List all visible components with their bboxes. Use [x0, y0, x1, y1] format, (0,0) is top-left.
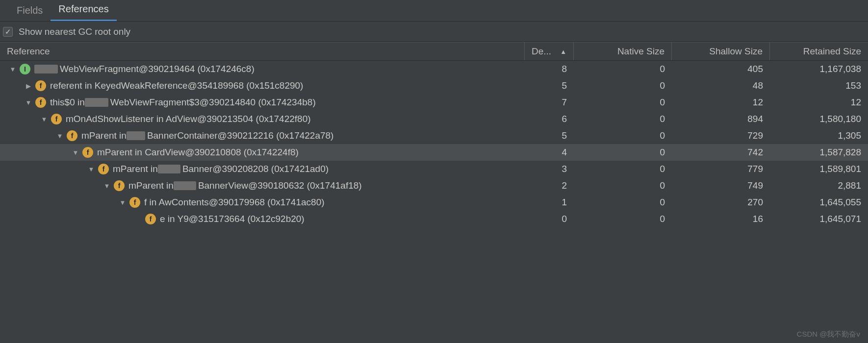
reference-label: mParent in CardView@390210808 (0x174224f…: [97, 147, 299, 158]
instance-icon: I: [20, 64, 30, 74]
reference-cell: ▼fmOnAdShowListener in AdView@390213504 …: [0, 114, 525, 124]
field-icon: f: [35, 97, 46, 108]
chevron-down-icon[interactable]: ▼: [119, 199, 127, 206]
depth-value: 6: [525, 114, 574, 124]
shallow-size-value: 742: [672, 147, 770, 158]
reference-cell: ▼fmParent in Banner@390208208 (0x17421ad…: [0, 164, 525, 174]
redacted-icon: [85, 98, 108, 107]
chevron-down-icon[interactable]: ▼: [72, 149, 79, 156]
tab-fields[interactable]: Fields: [9, 0, 51, 21]
shallow-size-value: 16: [672, 214, 770, 224]
native-size-value: 0: [574, 147, 672, 158]
field-icon: f: [82, 147, 93, 158]
native-size-value: 0: [574, 180, 672, 191]
shallow-size-value: 405: [672, 64, 770, 74]
field-icon: f: [98, 164, 109, 174]
tab-references[interactable]: References: [51, 0, 116, 21]
depth-value: 0: [525, 214, 574, 224]
shallow-size-value: 48: [672, 80, 770, 91]
chevron-down-icon[interactable]: ▼: [9, 66, 17, 73]
field-icon: f: [145, 214, 156, 224]
redacted-icon: [127, 131, 145, 140]
field-icon: f: [35, 80, 46, 91]
reference-cell: ▶freferent in KeyedWeakReference@3541899…: [0, 80, 525, 91]
native-size-value: 0: [574, 130, 672, 141]
redacted-icon: [174, 181, 196, 190]
shallow-size-value: 779: [672, 164, 770, 174]
chevron-down-icon[interactable]: ▼: [103, 182, 111, 190]
col-reference[interactable]: Reference: [0, 43, 525, 60]
chevron-down-icon[interactable]: ▼: [87, 166, 95, 173]
shallow-size-value: 894: [672, 114, 770, 124]
retained-size-value: 1,645,071: [770, 214, 868, 224]
reference-label: WebViewFragment@390219464 (0x174246c8): [60, 64, 255, 74]
col-depth[interactable]: De... ▲: [525, 43, 574, 60]
depth-value: 5: [525, 80, 574, 91]
reference-label-prefix: mParent in: [81, 130, 127, 141]
native-size-value: 0: [574, 197, 672, 208]
watermark: CSDN @我不勤奋v: [797, 330, 860, 339]
table-row[interactable]: ▶freferent in KeyedWeakReference@3541899…: [0, 77, 868, 94]
native-size-value: 0: [574, 214, 672, 224]
reference-label: BannerView@390180632 (0x1741af18): [198, 180, 362, 191]
reference-tree: ▼IWebViewFragment@390219464 (0x174246c8)…: [0, 61, 868, 227]
redacted-icon: [158, 165, 180, 173]
native-size-value: 0: [574, 114, 672, 124]
tab-bar: Fields References: [0, 0, 868, 22]
native-size-value: 0: [574, 80, 672, 91]
filter-row: ✓ Show nearest GC root only: [0, 22, 868, 42]
table-row[interactable]: ▼fmParent in Banner@390208208 (0x17421ad…: [0, 161, 868, 177]
table-row[interactable]: ▼fthis$0 in WebViewFragment$3@390214840 …: [0, 94, 868, 111]
reference-label: BannerContainer@390212216 (0x17422a78): [147, 130, 334, 141]
chevron-down-icon[interactable]: ▼: [40, 116, 48, 123]
field-icon: f: [67, 130, 77, 141]
retained-size-value: 1,589,801: [770, 164, 868, 174]
field-icon: f: [114, 180, 125, 191]
col-native-size[interactable]: Native Size: [574, 43, 672, 60]
table-row[interactable]: ▼IWebViewFragment@390219464 (0x174246c8)…: [0, 61, 868, 77]
depth-value: 4: [525, 147, 574, 158]
table-row[interactable]: ▼fmParent in CardView@390210808 (0x17422…: [0, 144, 868, 161]
col-retained-size[interactable]: Retained Size: [770, 43, 868, 60]
shallow-size-value: 729: [672, 130, 770, 141]
depth-value: 8: [525, 64, 574, 74]
redacted-icon: [34, 65, 58, 74]
shallow-size-value: 749: [672, 180, 770, 191]
shallow-size-value: 12: [672, 97, 770, 108]
col-depth-label: De...: [532, 46, 551, 57]
table-header: Reference De... ▲ Native Size Shallow Si…: [0, 42, 868, 61]
depth-value: 3: [525, 164, 574, 174]
table-row[interactable]: ▼fmParent in BannerView@390180632 (0x174…: [0, 177, 868, 194]
table-row[interactable]: ▼fmOnAdShowListener in AdView@390213504 …: [0, 111, 868, 127]
table-row[interactable]: ▼ff in AwContents@390179968 (0x1741ac80)…: [0, 194, 868, 211]
sort-asc-icon: ▲: [560, 48, 566, 55]
reference-label: WebViewFragment$3@390214840 (0x174234b8): [110, 97, 316, 108]
retained-size-value: 1,305: [770, 130, 868, 141]
table-row[interactable]: ▼fmParent in BannerContainer@390212216 (…: [0, 127, 868, 144]
chevron-down-icon[interactable]: ▼: [56, 132, 64, 140]
retained-size-value: 1,587,828: [770, 147, 868, 158]
shallow-size-value: 270: [672, 197, 770, 208]
reference-label-prefix: this$0 in: [50, 97, 85, 108]
depth-value: 7: [525, 97, 574, 108]
chevron-down-icon[interactable]: ▼: [25, 99, 32, 106]
reference-label: f in AwContents@390179968 (0x1741ac80): [144, 197, 325, 208]
reference-label-prefix: mParent in: [128, 180, 174, 191]
col-shallow-size[interactable]: Shallow Size: [672, 43, 770, 60]
retained-size-value: 1,645,055: [770, 197, 868, 208]
reference-cell: ▼fmParent in BannerView@390180632 (0x174…: [0, 180, 525, 191]
reference-label: Banner@390208208 (0x17421ad0): [182, 164, 329, 174]
retained-size-value: 12: [770, 97, 868, 108]
gc-root-checkbox[interactable]: ✓: [3, 27, 13, 37]
field-icon: f: [51, 114, 62, 124]
depth-value: 2: [525, 180, 574, 191]
depth-value: 5: [525, 130, 574, 141]
reference-cell: ▼IWebViewFragment@390219464 (0x174246c8): [0, 64, 525, 74]
depth-value: 1: [525, 197, 574, 208]
table-row[interactable]: fe in Y9@315173664 (0x12c92b20)00161,645…: [0, 211, 868, 227]
reference-cell: ▼fthis$0 in WebViewFragment$3@390214840 …: [0, 97, 525, 108]
retained-size-value: 1,580,180: [770, 114, 868, 124]
chevron-right-icon[interactable]: ▶: [25, 82, 32, 90]
native-size-value: 0: [574, 64, 672, 74]
reference-cell: ▼fmParent in BannerContainer@390212216 (…: [0, 130, 525, 141]
